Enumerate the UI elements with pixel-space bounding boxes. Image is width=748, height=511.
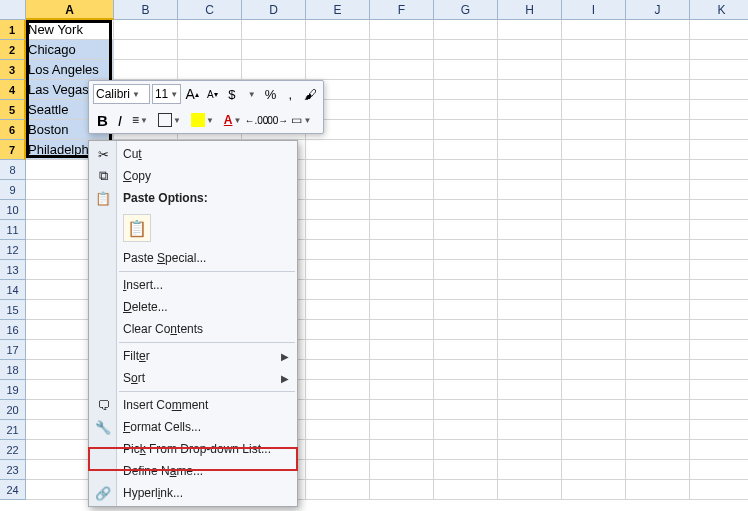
cell-F3[interactable] [370,60,434,80]
cell-G2[interactable] [434,40,498,60]
cell-H24[interactable] [498,480,562,500]
ctx-filter[interactable]: Filter ▶ [89,345,297,367]
cell-G7[interactable] [434,140,498,160]
cell-G22[interactable] [434,440,498,460]
decrease-decimal-button[interactable]: .00→ [267,110,285,130]
cell-E22[interactable] [306,440,370,460]
cell-G6[interactable] [434,120,498,140]
cell-G14[interactable] [434,280,498,300]
ctx-define-name[interactable]: Define Name... [89,460,297,482]
cell-H19[interactable] [498,380,562,400]
cell-F6[interactable] [370,120,434,140]
ctx-insert-comment[interactable]: 🗨 Insert Comment [89,394,297,416]
cell-A2[interactable]: Chicago [26,40,114,60]
cell-F17[interactable] [370,340,434,360]
cell-D2[interactable] [242,40,306,60]
border-button[interactable]: ▼ [154,110,185,130]
cell-K4[interactable] [690,80,748,100]
cell-E13[interactable] [306,260,370,280]
cell-G23[interactable] [434,460,498,480]
cell-D3[interactable] [242,60,306,80]
cell-E9[interactable] [306,180,370,200]
row-header-3[interactable]: 3 [0,60,26,80]
cell-E1[interactable] [306,20,370,40]
row-header-1[interactable]: 1 [0,20,26,40]
ctx-pick-from-list[interactable]: Pick From Drop-down List... [89,438,297,460]
cell-F16[interactable] [370,320,434,340]
cell-G12[interactable] [434,240,498,260]
fill-color-button[interactable]: ▼ [187,110,218,130]
cell-I22[interactable] [562,440,626,460]
cell-E10[interactable] [306,200,370,220]
column-header-I[interactable]: I [562,0,626,20]
cell-H10[interactable] [498,200,562,220]
column-header-E[interactable]: E [306,0,370,20]
cell-I8[interactable] [562,160,626,180]
cell-E12[interactable] [306,240,370,260]
cell-F19[interactable] [370,380,434,400]
cell-J23[interactable] [626,460,690,480]
cell-J21[interactable] [626,420,690,440]
cell-K11[interactable] [690,220,748,240]
cell-K1[interactable] [690,20,748,40]
shrink-font-button[interactable]: A▾ [203,84,221,104]
cell-G13[interactable] [434,260,498,280]
cell-K15[interactable] [690,300,748,320]
cell-B1[interactable] [114,20,178,40]
cell-K17[interactable] [690,340,748,360]
cell-F11[interactable] [370,220,434,240]
cell-G20[interactable] [434,400,498,420]
increase-decimal-button[interactable]: ←.00 [247,110,265,130]
cell-K22[interactable] [690,440,748,460]
cell-F14[interactable] [370,280,434,300]
cell-I15[interactable] [562,300,626,320]
cell-I16[interactable] [562,320,626,340]
cell-C1[interactable] [178,20,242,40]
column-header-B[interactable]: B [114,0,178,20]
ctx-sort[interactable]: Sort ▶ [89,367,297,389]
cell-H13[interactable] [498,260,562,280]
cell-I2[interactable] [562,40,626,60]
cell-H3[interactable] [498,60,562,80]
cell-E14[interactable] [306,280,370,300]
column-header-K[interactable]: K [690,0,748,20]
cell-E16[interactable] [306,320,370,340]
row-header-8[interactable]: 8 [0,160,26,180]
cell-F21[interactable] [370,420,434,440]
cell-I13[interactable] [562,260,626,280]
cell-H6[interactable] [498,120,562,140]
cell-E19[interactable] [306,380,370,400]
cell-G8[interactable] [434,160,498,180]
column-header-J[interactable]: J [626,0,690,20]
cell-G16[interactable] [434,320,498,340]
row-header-18[interactable]: 18 [0,360,26,380]
font-color-button[interactable]: A▼ [220,110,246,130]
cell-I24[interactable] [562,480,626,500]
ctx-format-cells[interactable]: 🔧 Format Cells... [89,416,297,438]
cell-J7[interactable] [626,140,690,160]
cell-F13[interactable] [370,260,434,280]
cell-K10[interactable] [690,200,748,220]
cell-H20[interactable] [498,400,562,420]
ctx-hyperlink[interactable]: 🔗 Hyperlink... [89,482,297,504]
cell-H8[interactable] [498,160,562,180]
column-header-C[interactable]: C [178,0,242,20]
cell-H21[interactable] [498,420,562,440]
ctx-clear-contents[interactable]: Clear Contents [89,318,297,340]
cell-E11[interactable] [306,220,370,240]
cell-A3[interactable]: Los Angeles [26,60,114,80]
cell-F24[interactable] [370,480,434,500]
column-header-D[interactable]: D [242,0,306,20]
column-header-G[interactable]: G [434,0,498,20]
accounting-format-button[interactable]: $ [223,84,240,104]
cell-E3[interactable] [306,60,370,80]
cell-F18[interactable] [370,360,434,380]
cell-K5[interactable] [690,100,748,120]
cell-I4[interactable] [562,80,626,100]
cell-J15[interactable] [626,300,690,320]
cell-D1[interactable] [242,20,306,40]
column-header-F[interactable]: F [370,0,434,20]
cell-F5[interactable] [370,100,434,120]
row-header-13[interactable]: 13 [0,260,26,280]
cell-K7[interactable] [690,140,748,160]
